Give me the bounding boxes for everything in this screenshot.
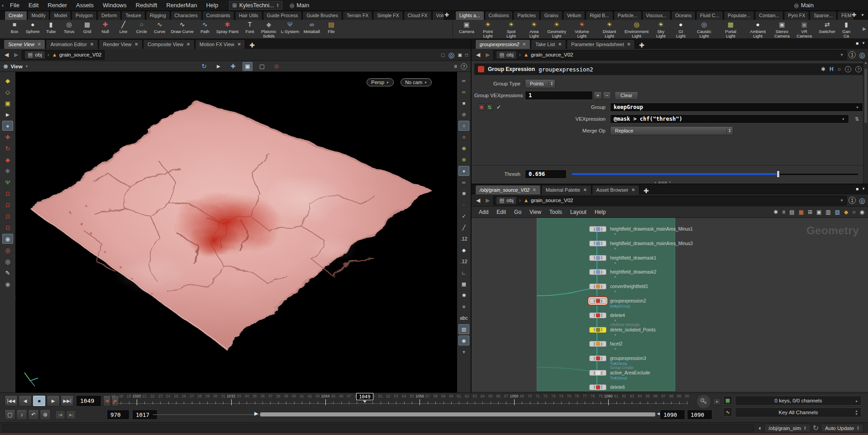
tree-view-icon[interactable]: ≡ bbox=[782, 209, 785, 215]
projection-menu[interactable]: Persp▼ bbox=[367, 78, 394, 86]
delete-instance-icon[interactable]: ✖ bbox=[478, 104, 485, 111]
viewport-left-tool-icon[interactable]: ● bbox=[2, 121, 13, 131]
network-menu[interactable]: Tools bbox=[546, 207, 566, 218]
shelf-tool[interactable]: ∿ Draw Curve bbox=[169, 20, 196, 34]
pane-tab[interactable]: Motion FX View ✖ bbox=[195, 39, 245, 49]
add-shelf-tab-icon[interactable]: ✚ bbox=[444, 12, 449, 18]
viewport-right-tool-icon[interactable]: abc bbox=[458, 313, 469, 323]
network-menu[interactable]: Layout bbox=[567, 207, 590, 218]
close-tab-icon[interactable]: ✖ bbox=[583, 188, 587, 192]
viewport-right-tool-icon[interactable]: ▧ bbox=[458, 324, 469, 334]
forward-icon[interactable]: ▶ bbox=[484, 197, 491, 203]
enable-checkbox[interactable]: ✓ bbox=[496, 104, 501, 110]
link-mode-icon[interactable]: ◎ bbox=[859, 51, 865, 59]
node-flag-right[interactable] bbox=[601, 313, 602, 317]
viewport-right-tool-icon[interactable]: ▾ bbox=[458, 347, 469, 357]
sheet-icon[interactable]: ▤ bbox=[789, 209, 794, 215]
node-body[interactable] bbox=[589, 298, 606, 304]
viewport-left-tool-icon[interactable]: ◎ bbox=[2, 245, 13, 255]
shelf-tab[interactable]: Particle... bbox=[614, 11, 642, 20]
audio-icon[interactable]: ♪ bbox=[16, 409, 27, 420]
close-tab-icon[interactable]: ✖ bbox=[632, 188, 635, 192]
shelf-tool[interactable]: ☀ Volume Light bbox=[568, 20, 596, 38]
menubar-menu[interactable]: Help bbox=[201, 0, 223, 11]
network-node[interactable]: Attribute Wrangle delete_isolated_Points bbox=[589, 327, 725, 333]
playhead-flag[interactable]: 1049 bbox=[356, 393, 373, 400]
menubar-menu[interactable]: Windows bbox=[98, 0, 131, 11]
viewport-left-tool-icon[interactable]: ◇ bbox=[2, 87, 13, 97]
forward-icon[interactable]: ▶ bbox=[484, 52, 491, 58]
vexpression-field[interactable]: @mask > chf("thresh") bbox=[610, 114, 849, 123]
path-dropdown-icon[interactable]: ▼ bbox=[840, 53, 844, 57]
jump-start-button[interactable]: |◀◀ bbox=[5, 395, 18, 407]
merge-op-dropdown[interactable]: Replace ▲▼ bbox=[610, 126, 733, 135]
back-icon[interactable]: ◀ bbox=[474, 52, 482, 58]
pane-tab[interactable]: Parameter Spreadsheet ✖ bbox=[567, 39, 635, 49]
viewport-left-tool-icon[interactable]: ✚ bbox=[2, 132, 13, 142]
menubar-menu[interactable]: Render bbox=[43, 0, 72, 11]
current-frame-field[interactable]: 1049 bbox=[76, 395, 101, 407]
node-body[interactable] bbox=[589, 384, 606, 390]
node-flag-right[interactable] bbox=[601, 241, 602, 245]
camera-menu[interactable]: No cam▼ bbox=[401, 78, 432, 86]
node-flag-left[interactable] bbox=[594, 357, 595, 360]
notes-icon[interactable]: ▥ bbox=[825, 209, 830, 215]
viewport-right-tool-icon[interactable]: ∞ bbox=[458, 76, 469, 85]
viewport-right-tool-icon[interactable]: ╱ bbox=[458, 222, 469, 232]
shelf-tab[interactable]: Modify bbox=[28, 11, 50, 20]
pane-tab[interactable]: Take List ✖ bbox=[531, 39, 566, 49]
playback-behavior-icon[interactable]: ↶ bbox=[28, 409, 39, 420]
close-tab-icon[interactable]: ✖ bbox=[522, 42, 526, 47]
pane-maximize-icon[interactable]: □ bbox=[465, 52, 468, 57]
close-tab-icon[interactable]: ✖ bbox=[134, 42, 138, 47]
viewport-canvas[interactable]: Persp▼ No cam▼ bbox=[15, 72, 457, 392]
shelf-tab[interactable]: Constraints bbox=[202, 11, 234, 20]
node-body[interactable] bbox=[589, 341, 606, 347]
shelf-tab[interactable]: Polygon bbox=[72, 11, 97, 20]
shelf-tab[interactable]: Pyro FX bbox=[784, 11, 809, 20]
shelf-tab[interactable]: Model bbox=[50, 11, 71, 20]
viewport-right-tool-icon[interactable]: ◆ bbox=[458, 245, 469, 255]
node-flag-right[interactable] bbox=[601, 328, 602, 331]
vex-plug-icon[interactable]: ⇅ bbox=[855, 116, 859, 122]
shelf-tool[interactable]: ☀ Distant Light bbox=[596, 20, 623, 38]
viewport-left-tool-icon[interactable]: Ω bbox=[2, 189, 13, 199]
grid-icon[interactable]: ⊞ bbox=[808, 209, 812, 215]
hotkeys-icon[interactable]: H bbox=[830, 66, 834, 72]
spinner-icon[interactable]: ▲▼ bbox=[726, 128, 733, 133]
viewport-left-tool-icon[interactable]: ◉ bbox=[2, 279, 13, 289]
palette-icon[interactable]: ▦ bbox=[799, 209, 804, 215]
node-flag-right[interactable] bbox=[601, 385, 602, 389]
viewport-tool-icon[interactable]: ↻ bbox=[199, 62, 209, 71]
viewport-left-tool-icon[interactable]: Ω bbox=[2, 200, 13, 210]
shelf-tool[interactable]: ● Ambient Light bbox=[743, 20, 773, 38]
viewport-right-tool-icon[interactable]: ▦ bbox=[458, 279, 469, 289]
network-node[interactable]: Group Create active_AreaExclude TooSteep bbox=[589, 370, 725, 376]
pane-tab[interactable]: Scene View ✖ bbox=[4, 39, 45, 49]
field-menu-icon[interactable]: ▼ bbox=[842, 118, 845, 121]
shelf-tool[interactable]: ▣ Camera bbox=[457, 20, 476, 34]
prev-keyframe-button[interactable]: |◀ bbox=[55, 410, 65, 419]
add-shelf-tab-icon[interactable]: ✚ bbox=[852, 12, 856, 18]
pane-tab[interactable]: Animation Editor ✖ bbox=[46, 39, 98, 49]
pane-tab[interactable]: Render View ✖ bbox=[99, 39, 143, 49]
viewport-right-tool-icon[interactable]: ✱ bbox=[458, 189, 469, 199]
spinner-icon[interactable]: ▲▼ bbox=[857, 426, 859, 430]
jump-end-button[interactable]: ▶▶| bbox=[61, 395, 74, 407]
viewport-right-tool-icon[interactable]: ≡ bbox=[458, 302, 469, 312]
shelf-tab[interactable]: Rigging bbox=[146, 11, 170, 20]
play-button[interactable]: ▶ bbox=[47, 395, 60, 407]
shelf-tab[interactable]: Texture bbox=[121, 11, 145, 20]
shelf-tab[interactable]: Deform bbox=[97, 11, 121, 20]
viewport-left-tool-icon[interactable]: Ω bbox=[2, 222, 13, 232]
node-flag-left[interactable] bbox=[594, 241, 595, 245]
shelf-tab[interactable]: Create bbox=[5, 11, 27, 20]
shelf-tab[interactable]: Hair Utils bbox=[235, 11, 262, 20]
network-menu[interactable]: Help bbox=[591, 207, 610, 218]
viewport-right-tool-icon[interactable]: ○ bbox=[458, 121, 469, 131]
desktop-selector[interactable]: ⊞ KylesTechni... ▲▼ bbox=[229, 1, 282, 10]
link-mode-icon[interactable]: ◎ bbox=[448, 51, 455, 59]
shelf-tool[interactable]: ● GI Light bbox=[672, 20, 690, 38]
network-menu[interactable]: Go bbox=[510, 207, 525, 218]
viewport-left-tool-icon[interactable]: ✱ bbox=[2, 166, 13, 176]
